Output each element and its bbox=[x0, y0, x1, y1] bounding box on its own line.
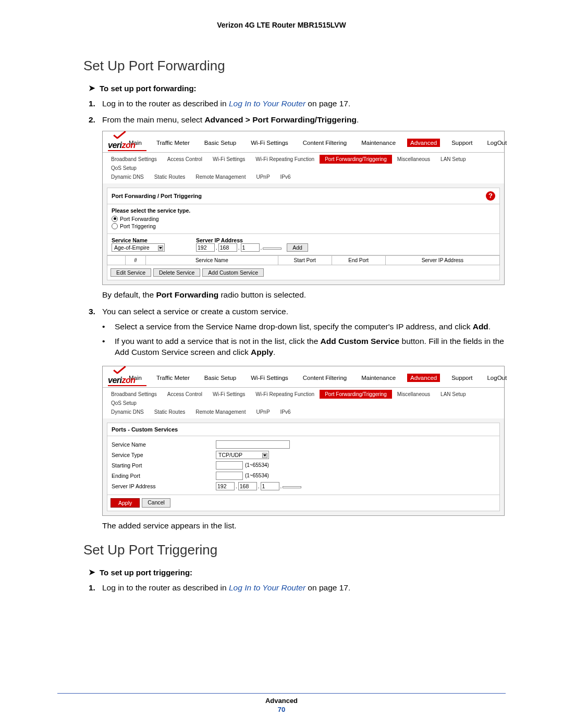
subnav-access-control[interactable]: Access Control bbox=[162, 390, 207, 399]
nav-traffic-meter[interactable]: Traffic Meter bbox=[153, 139, 193, 147]
subnav-qos-setup[interactable]: QoS Setup bbox=[106, 164, 142, 172]
ip-octet-1[interactable]: 192 bbox=[216, 482, 235, 490]
subnav-misc[interactable]: Miscellaneous bbox=[392, 390, 435, 399]
subnav-lan-setup[interactable]: LAN Setup bbox=[435, 390, 471, 399]
nav-content-filtering[interactable]: Content Filtering bbox=[300, 139, 350, 147]
paragraph: The added service appears in the list. bbox=[102, 520, 506, 532]
label-starting-port: Starting Port bbox=[112, 462, 216, 468]
ip-octet-4[interactable] bbox=[263, 248, 282, 250]
subnav-wifi-repeating[interactable]: Wi-Fi Repeating Function bbox=[250, 155, 320, 164]
th-server-ip: Server IP Address bbox=[386, 255, 499, 265]
text: Log in to the router as described in bbox=[102, 99, 229, 108]
ip-octet-1[interactable]: 192 bbox=[196, 243, 215, 252]
starting-port-input[interactable] bbox=[216, 461, 243, 470]
nav-advanced[interactable]: Advanced bbox=[407, 374, 440, 382]
ip-octet-2[interactable]: 168 bbox=[238, 482, 257, 490]
subnav-qos-setup[interactable]: QoS Setup bbox=[106, 399, 142, 408]
radio-label: Port Forwarding bbox=[120, 216, 159, 222]
subnav-broadband[interactable]: Broadband Settings bbox=[106, 155, 162, 164]
subnav-port-forwarding[interactable]: Port Forwarding/Triggering bbox=[320, 155, 392, 164]
sub-nav-row2: Dynamic DNS Static Routes Remote Managem… bbox=[103, 172, 504, 183]
ip-octet-3[interactable]: 1 bbox=[261, 482, 279, 490]
subnav-ddns[interactable]: Dynamic DNS bbox=[106, 172, 149, 181]
chevron-right-icon: ➤ bbox=[89, 83, 95, 93]
text: on page 17. bbox=[305, 99, 350, 108]
delete-service-button[interactable]: Delete Service bbox=[153, 268, 200, 277]
ending-port-input[interactable] bbox=[216, 472, 243, 480]
label-service-type: Service Type bbox=[112, 452, 216, 458]
subnav-ipv6[interactable]: IPv6 bbox=[275, 408, 296, 416]
nav-advanced[interactable]: Advanced bbox=[407, 139, 440, 147]
step-3: 3. You can select a service or create a … bbox=[89, 306, 506, 361]
link-login-router[interactable]: Log In to Your Router bbox=[229, 99, 305, 108]
nav-logout[interactable]: LogOut bbox=[484, 374, 510, 382]
nav-maintenance[interactable]: Maintenance bbox=[358, 139, 399, 147]
service-type-select[interactable]: TCP/UDP bbox=[216, 451, 269, 459]
server-ip-input-group: 192. 168. 1. Add bbox=[196, 243, 308, 252]
radio-icon bbox=[112, 216, 118, 222]
nav-support[interactable]: Support bbox=[448, 139, 475, 147]
logo-text: veri bbox=[108, 141, 121, 150]
text: on page 17. bbox=[305, 583, 350, 592]
subnav-wifi-settings[interactable]: Wi-Fi Settings bbox=[207, 155, 250, 164]
text: From the main menu, select bbox=[102, 115, 204, 124]
nav-basic-setup[interactable]: Basic Setup bbox=[201, 374, 239, 382]
logo-text: zon bbox=[121, 376, 135, 385]
ip-octet-3[interactable]: 1 bbox=[241, 243, 260, 252]
cancel-button[interactable]: Cancel bbox=[142, 498, 170, 508]
radio-port-triggering[interactable]: Port Triggering bbox=[112, 223, 495, 229]
nav-logout[interactable]: LogOut bbox=[484, 139, 510, 147]
subnav-remote-mgmt[interactable]: Remote Management bbox=[190, 172, 251, 181]
heading-port-forwarding: Set Up Port Forwarding bbox=[83, 58, 506, 74]
service-name-select[interactable]: Age-of-Empire bbox=[112, 243, 165, 252]
subnav-ddns[interactable]: Dynamic DNS bbox=[106, 408, 149, 416]
step-2: 2. From the main menu, select Advanced >… bbox=[89, 114, 506, 126]
subnav-static-routes[interactable]: Static Routes bbox=[149, 172, 190, 181]
nav-maintenance[interactable]: Maintenance bbox=[358, 374, 399, 382]
logo-text: veri bbox=[108, 376, 121, 385]
step-number: 2. bbox=[89, 114, 102, 126]
subnav-misc[interactable]: Miscellaneous bbox=[392, 155, 435, 164]
subnav-wifi-settings[interactable]: Wi-Fi Settings bbox=[207, 390, 250, 399]
subnav-port-forwarding[interactable]: Port Forwarding/Triggering bbox=[320, 390, 392, 399]
bullet-icon: • bbox=[102, 336, 115, 358]
service-name-input[interactable] bbox=[216, 440, 290, 449]
subnav-upnp[interactable]: UPnP bbox=[251, 172, 275, 181]
nav-content-filtering[interactable]: Content Filtering bbox=[300, 374, 350, 382]
subnav-upnp[interactable]: UPnP bbox=[251, 408, 275, 416]
label-service-name: Service Name bbox=[112, 441, 216, 448]
ip-octet-2[interactable]: 168 bbox=[218, 243, 237, 252]
nav-wifi-settings[interactable]: Wi-Fi Settings bbox=[248, 139, 291, 147]
nav-traffic-meter[interactable]: Traffic Meter bbox=[153, 374, 193, 382]
subnav-lan-setup[interactable]: LAN Setup bbox=[435, 155, 471, 164]
nav-wifi-settings[interactable]: Wi-Fi Settings bbox=[248, 374, 291, 382]
nav-support[interactable]: Support bbox=[448, 374, 475, 382]
bullet-icon: • bbox=[102, 321, 115, 332]
subnav-access-control[interactable]: Access Control bbox=[162, 155, 207, 164]
add-button[interactable]: Add bbox=[287, 243, 308, 252]
sub-nav-row2: Dynamic DNS Static Routes Remote Managem… bbox=[103, 408, 504, 418]
th-service-name: Service Name bbox=[146, 255, 278, 265]
subnav-broadband[interactable]: Broadband Settings bbox=[106, 390, 162, 399]
service-name-heading: Service Name bbox=[112, 237, 165, 243]
edit-service-button[interactable]: Edit Service bbox=[111, 268, 151, 277]
apply-button[interactable]: Apply bbox=[111, 498, 140, 508]
subnav-remote-mgmt[interactable]: Remote Management bbox=[190, 408, 251, 416]
bullet-select-service: • Select a service from the Service Name… bbox=[102, 321, 506, 332]
label-ending-port: Ending Port bbox=[112, 473, 216, 479]
router-screenshot-custom-services: verizon Main Traffic Meter Basic Setup W… bbox=[102, 366, 505, 516]
subnav-ipv6[interactable]: IPv6 bbox=[275, 172, 296, 181]
help-icon[interactable]: ? bbox=[486, 191, 495, 201]
radio-port-forwarding[interactable]: Port Forwarding bbox=[112, 216, 495, 222]
add-custom-service-button[interactable]: Add Custom Service bbox=[202, 268, 264, 277]
step-1: 1. Log in to the router as described in … bbox=[89, 98, 506, 109]
footer-section: Advanced bbox=[0, 697, 563, 705]
select-service-type-label: Please select the service type. bbox=[112, 207, 495, 214]
subnav-static-routes[interactable]: Static Routes bbox=[149, 408, 190, 416]
ip-octet-4[interactable] bbox=[283, 486, 301, 488]
radio-icon bbox=[112, 223, 118, 229]
nav-basic-setup[interactable]: Basic Setup bbox=[201, 139, 239, 147]
subnav-wifi-repeating[interactable]: Wi-Fi Repeating Function bbox=[250, 390, 320, 399]
server-ip-heading: Server IP Address bbox=[196, 237, 308, 243]
link-login-router[interactable]: Log In to Your Router bbox=[229, 583, 305, 592]
